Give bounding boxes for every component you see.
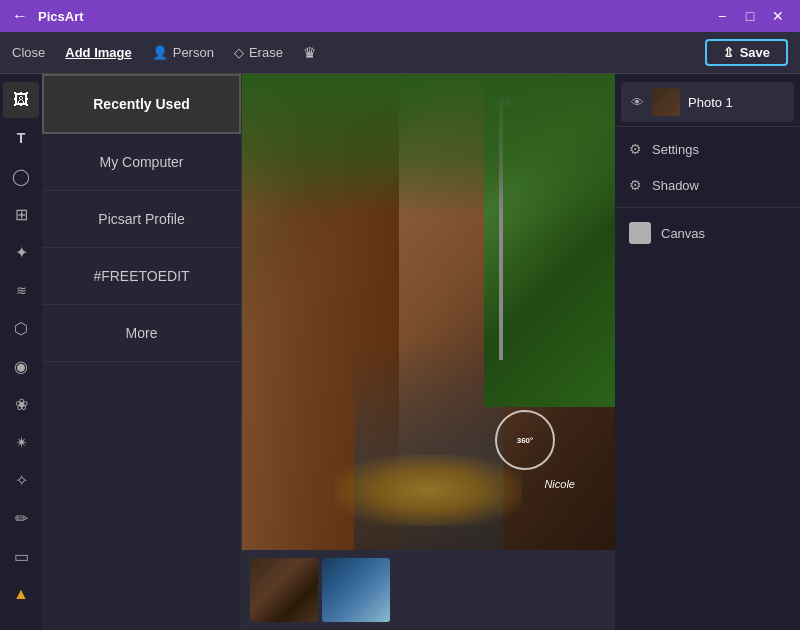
thumbnail-2[interactable] [322,558,390,622]
sidebar-icon-sparkle[interactable]: ✧ [3,462,39,498]
save-icon: ⇫ [723,45,734,60]
sidebar-icon-effects[interactable]: ✦ [3,234,39,270]
settings-icon: ⚙ [629,141,642,157]
minimize-button[interactable]: − [712,8,732,24]
panel-item-recently-used[interactable]: Recently Used [42,74,241,134]
divider-1 [615,126,800,127]
person-tool[interactable]: 👤 Person [152,45,214,60]
settings-label: Settings [652,142,699,157]
thumbnail-strip [242,550,615,630]
back-button[interactable]: ← [12,7,28,25]
divider-2 [615,207,800,208]
add-image-panel: Recently Used My Computer Picsart Profil… [42,74,242,630]
panel-item-my-computer[interactable]: My Computer [42,134,241,191]
canvas-main[interactable]: 360° Nicole [242,74,615,550]
sidebar-icon-sticker[interactable]: ⊞ [3,196,39,232]
canvas-color-swatch [629,222,651,244]
erase-icon: ◇ [234,45,244,60]
toolbar: Close Add Image 👤 Person ◇ Erase ♛ ⇫ Sav… [0,32,800,74]
canvas-image: 360° Nicole [242,74,615,550]
close-button[interactable]: ✕ [768,8,788,24]
layer-visibility-icon[interactable]: 👁 [631,95,644,110]
sidebar-icon-blend[interactable]: ❀ [3,386,39,422]
settings-item[interactable]: ⚙ Settings [615,131,800,167]
sidebar-icon-retouch[interactable]: ✏ [3,500,39,536]
main-area: 🖼 T ◯ ⊞ ✦ ≋ ⬡ ◉ ❀ ✴ ✧ ✏ ▭ ▲ Recently Use… [0,74,800,630]
sidebar-icon-magic[interactable]: ✴ [3,424,39,460]
sidebar-icon-text[interactable]: T [3,120,39,156]
sidebar-icon-image[interactable]: 🖼 [3,82,39,118]
layer-name: Photo 1 [688,95,733,110]
app-title: PicsArt [38,9,84,24]
layer-thumbnail [652,88,680,116]
title-bar: ← PicsArt − □ ✕ [0,0,800,32]
canvas-label: Canvas [661,226,705,241]
sidebar-icon-brush[interactable]: ◯ [3,158,39,194]
sidebar-icon-adjust[interactable]: ≋ [3,272,39,308]
save-label: Save [740,45,770,60]
canvas-item[interactable]: Canvas [615,212,800,254]
window-controls: − □ ✕ [712,8,788,24]
right-panel: 👁 Photo 1 ⚙ Settings ⚙ Shadow Canvas [615,74,800,630]
erase-label: Erase [249,45,283,60]
add-image-button[interactable]: Add Image [65,45,131,60]
sidebar-icon-face[interactable]: ◉ [3,348,39,384]
maximize-button[interactable]: □ [740,8,760,24]
person-icon: 👤 [152,45,168,60]
panel-item-picsart-profile[interactable]: Picsart Profile [42,191,241,248]
canvas-area: 360° Nicole [242,74,615,630]
shadow-item[interactable]: ⚙ Shadow [615,167,800,203]
crown-icon[interactable]: ♛ [303,44,316,62]
canvas-360-overlay: 360° [495,410,555,470]
thumbnail-1[interactable] [250,558,318,622]
sidebar-icon-filter[interactable]: ⬡ [3,310,39,346]
shadow-icon: ⚙ [629,177,642,193]
save-button[interactable]: ⇫ Save [705,39,788,66]
panel-item-more[interactable]: More [42,305,241,362]
person-label: Person [173,45,214,60]
panel-item-free-to-edit[interactable]: #FREETOEDIT [42,248,241,305]
sidebar-icon-award[interactable]: ▲ [3,576,39,612]
close-label[interactable]: Close [12,45,45,60]
sidebar-icon-crop[interactable]: ▭ [3,538,39,574]
shadow-label: Shadow [652,178,699,193]
erase-tool[interactable]: ◇ Erase [234,45,283,60]
layer-item[interactable]: 👁 Photo 1 [621,82,794,122]
sidebar-icons: 🖼 T ◯ ⊞ ✦ ≋ ⬡ ◉ ❀ ✴ ✧ ✏ ▭ ▲ [0,74,42,630]
canvas-name-overlay: Nicole [544,478,575,490]
